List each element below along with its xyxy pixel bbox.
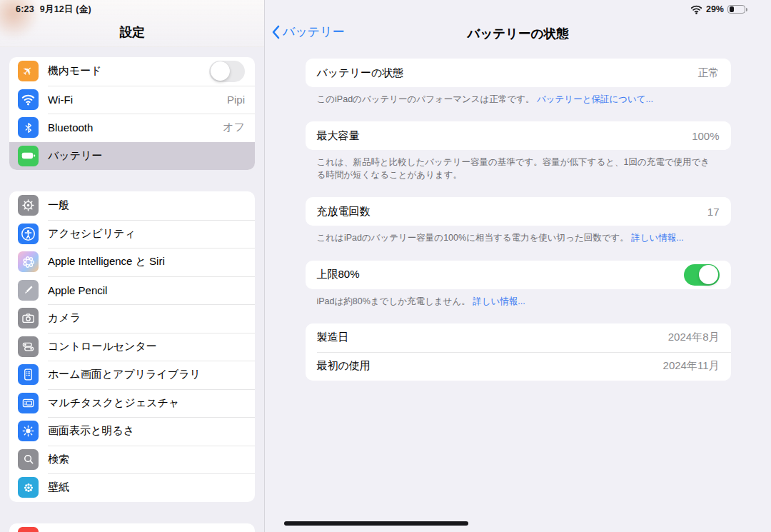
- sidebar-item-multitasking[interactable]: マルチタスクとジェスチャ: [9, 389, 255, 418]
- first-use-date-row: 最初の使用 2024年11月: [306, 352, 731, 381]
- airplane-icon: ✈: [18, 61, 39, 81]
- sidebar-item-label: Wi-Fi: [48, 94, 73, 106]
- brightness-icon: [18, 421, 39, 441]
- max-capacity-label: 最大容量: [317, 129, 360, 143]
- sidebar-item-label: 壁紙: [48, 481, 69, 494]
- pencil-icon: [18, 280, 39, 301]
- sidebar-item-accessibility[interactable]: アクセシビリティ: [9, 220, 255, 249]
- battery-health-value: 正常: [698, 66, 720, 80]
- battery-health-card: バッテリーの状態 正常: [306, 59, 731, 87]
- sidebar-item-label: 画面表示と明るさ: [48, 424, 134, 438]
- footnote-text: これは、新品時と比較したバッテリー容量の基準です。容量が低下すると、1回の充電で…: [317, 157, 710, 180]
- wifi-network-value: Pipi: [227, 94, 245, 106]
- max-capacity-footnote: これは、新品時と比較したバッテリー容量の基準です。容量が低下すると、1回の充電で…: [317, 156, 717, 181]
- max-capacity-row: 最大容量 100%: [306, 121, 731, 150]
- battery-health-footnote: このiPadのバッテリーのパフォーマンスは正常です。 バッテリーと保証について.…: [317, 93, 717, 106]
- battery-health-content: バッテリーの状態 正常 このiPadのバッテリーのパフォーマンスは正常です。 バ…: [306, 59, 731, 381]
- cycle-count-row: 充放電回数 17: [306, 197, 731, 226]
- footnote-text: このiPadのバッテリーのパフォーマンスは正常です。: [317, 94, 535, 104]
- cycle-count-card: 充放電回数 17: [306, 197, 731, 226]
- wallpaper-icon: [18, 477, 39, 498]
- sidebar-item-label: Apple Intelligence と Siri: [48, 255, 165, 268]
- battery-warranty-link[interactable]: バッテリーと保証について...: [537, 94, 653, 104]
- navigation-bar: バッテリー バッテリーの状態: [265, 0, 771, 44]
- home-screen-icon: [18, 364, 39, 385]
- sidebar-item-home-screen[interactable]: ホーム画面とアプリライブラリ: [9, 361, 255, 389]
- cycle-count-footnote: これはiPadのバッテリー容量の100%に相当する電力を使い切った回数です。 詳…: [317, 231, 717, 244]
- camera-icon: [18, 308, 39, 328]
- detail-title: バッテリーの状態: [265, 25, 771, 42]
- sidebar-group-notifications: [9, 523, 255, 532]
- cycle-count-label: 充放電回数: [317, 205, 371, 219]
- status-date: 9月12日 (金): [40, 4, 91, 14]
- sidebar-item-apple-intelligence-siri[interactable]: Apple Intelligence と Siri: [9, 248, 255, 276]
- battery-health-pane: 29% バッテリー バッテリーの状態 バッテリーの状態 正常 このiPadのバッ…: [265, 0, 771, 532]
- sidebar-item-label: コントロールセンター: [48, 340, 157, 353]
- ipad-settings-screen: 6:239月12日 (金) 設定 ✈ 機内モード Wi-Fi Pipi: [0, 0, 771, 532]
- charge-limit-row: 上限80%: [306, 261, 731, 289]
- sidebar-item-label: 一般: [48, 199, 69, 212]
- sidebar-item-wallpaper[interactable]: 壁紙: [9, 473, 255, 502]
- settings-sidebar: 6:239月12日 (金) 設定 ✈ 機内モード Wi-Fi Pipi: [0, 0, 265, 532]
- page-title: 設定: [0, 24, 264, 41]
- sidebar-item-label: 機内モード: [48, 64, 102, 78]
- cycle-count-value: 17: [707, 206, 720, 218]
- footnote-text: iPadは約80%までしか充電しません。: [317, 296, 470, 306]
- control-center-icon: [18, 336, 39, 357]
- airplane-mode-toggle[interactable]: [209, 61, 245, 82]
- sidebar-item-control-center[interactable]: コントロールセンター: [9, 333, 255, 361]
- sidebar-item-notifications[interactable]: [9, 523, 255, 532]
- sidebar-item-label: アクセシビリティ: [48, 227, 136, 241]
- sidebar-item-label: マルチタスクとジェスチャ: [48, 396, 179, 410]
- sidebar-group-general: 一般 アクセシビリティ Apple Intelligence と Siri Ap…: [9, 191, 255, 502]
- wifi-icon: [18, 89, 39, 110]
- sidebar-item-label: Bluetooth: [48, 121, 93, 134]
- notifications-icon: [18, 527, 39, 532]
- sidebar-group-radios: ✈ 機内モード Wi-Fi Pipi Bluetooth オフ: [9, 57, 255, 170]
- sidebar-item-battery[interactable]: バッテリー: [9, 142, 255, 171]
- charge-limit-toggle[interactable]: [684, 264, 720, 286]
- footnote-text: これはiPadのバッテリー容量の100%に相当する電力を使い切った回数です。: [317, 233, 629, 243]
- sidebar-item-wifi[interactable]: Wi-Fi Pipi: [9, 86, 255, 114]
- charge-limit-learn-more-link[interactable]: 詳しい情報...: [473, 296, 525, 306]
- manufacture-date-row: 製造日 2024年8月: [306, 323, 731, 352]
- manufacture-date-label: 製造日: [317, 331, 349, 344]
- sidebar-item-display-brightness[interactable]: 画面表示と明るさ: [9, 417, 255, 446]
- bluetooth-icon: [18, 117, 39, 138]
- battery-icon: [18, 146, 39, 166]
- sidebar-item-label: カメラ: [48, 311, 81, 325]
- sidebar-item-label: 検索: [48, 453, 69, 466]
- sidebar-item-bluetooth[interactable]: Bluetooth オフ: [9, 114, 255, 142]
- status-bar-left: 6:239月12日 (金): [16, 4, 91, 16]
- manufacture-date-value: 2024年8月: [668, 331, 720, 344]
- sidebar-item-camera[interactable]: カメラ: [9, 304, 255, 333]
- home-indicator[interactable]: [284, 521, 468, 526]
- sidebar-item-search[interactable]: 検索: [9, 446, 255, 474]
- apple-intelligence-icon: [18, 251, 39, 272]
- battery-health-row: バッテリーの状態 正常: [306, 59, 731, 87]
- charge-limit-label: 上限80%: [317, 268, 360, 281]
- sidebar-item-apple-pencil[interactable]: Apple Pencil: [9, 276, 255, 305]
- sidebar-item-general[interactable]: 一般: [9, 191, 255, 220]
- sidebar-header: 6:239月12日 (金) 設定: [0, 0, 264, 47]
- first-use-label: 最初の使用: [317, 359, 371, 373]
- charge-limit-card: 上限80%: [306, 261, 731, 289]
- status-time: 6:23: [16, 4, 34, 14]
- gear-icon: [18, 195, 39, 216]
- sidebar-item-label: Apple Pencil: [48, 284, 107, 296]
- cycle-count-learn-more-link[interactable]: 詳しい情報...: [631, 233, 684, 243]
- accessibility-icon: [18, 224, 39, 244]
- search-icon: [18, 449, 39, 470]
- battery-health-label: バッテリーの状態: [317, 66, 404, 80]
- sidebar-item-label: バッテリー: [48, 149, 102, 163]
- max-capacity-card: 最大容量 100%: [306, 121, 731, 150]
- bluetooth-state-value: オフ: [223, 121, 245, 134]
- max-capacity-value: 100%: [692, 130, 719, 142]
- sidebar-item-airplane-mode[interactable]: ✈ 機内モード: [9, 57, 255, 86]
- first-use-value: 2024年11月: [663, 359, 720, 373]
- multitask-icon: [18, 393, 39, 413]
- charge-limit-footnote: iPadは約80%までしか充電しません。 詳しい情報...: [317, 295, 717, 308]
- sidebar-item-label: ホーム画面とアプリライブラリ: [48, 368, 201, 381]
- battery-dates-card: 製造日 2024年8月 最初の使用 2024年11月: [306, 323, 731, 381]
